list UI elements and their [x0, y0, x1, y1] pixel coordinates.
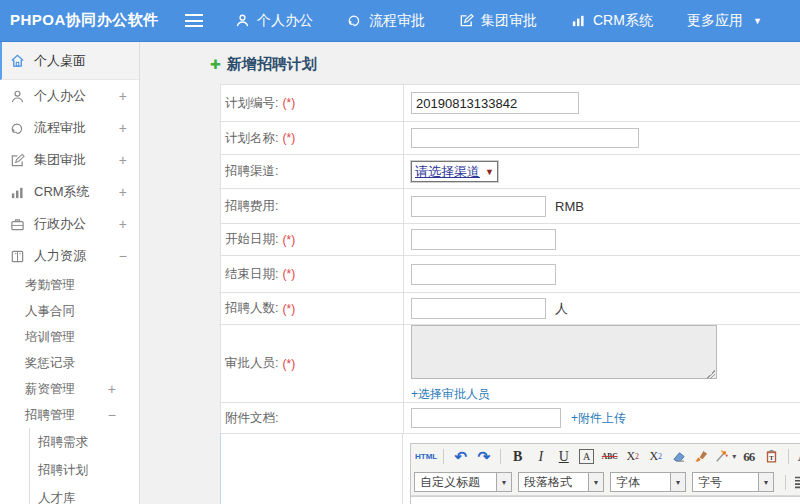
required-mark: (*) — [282, 302, 295, 316]
editor-content-area[interactable] — [411, 496, 800, 504]
add-plus-icon: ✚ — [210, 57, 221, 72]
sidebar-item-label: 薪资管理 — [25, 381, 108, 398]
form-row-fee: 招聘费用: RMB — [221, 189, 800, 224]
approver-label: 审批人员: — [225, 355, 278, 372]
sidebar-item-label: 招聘计划 — [38, 462, 88, 479]
svg-text:T: T — [770, 454, 775, 461]
sidebar-item-salary[interactable]: 薪资管理 + — [0, 376, 139, 402]
required-mark: (*) — [282, 233, 295, 247]
attachment-input[interactable] — [411, 408, 561, 428]
sidebar-item-human-resources[interactable]: 人力资源 − — [0, 240, 139, 272]
sidebar-item-rewards[interactable]: 奖惩记录 — [0, 350, 139, 376]
sidebar-recruit-submenu: 招聘需求 招聘计划 人才库 — [29, 428, 139, 504]
sidebar-item-label: 人事合同 — [25, 303, 139, 320]
select-approver-link[interactable]: +选择审批人员 — [411, 386, 490, 403]
sidebar-item-crm-system[interactable]: CRM系统 + — [0, 176, 139, 208]
toolbar-separator — [788, 449, 789, 464]
autotypeset-button[interactable]: A — [579, 449, 594, 464]
expand-plus-icon[interactable]: + — [119, 216, 127, 232]
expand-plus-icon[interactable]: + — [119, 184, 127, 200]
resize-grip-icon[interactable] — [706, 370, 715, 379]
sidebar-item-label: CRM系统 — [34, 183, 119, 201]
top-menu: 个人办公 流程审批 集团审批 CRM系统 更多应用 ▼ — [235, 12, 796, 30]
sidebar-item-workflow-approval[interactable]: 流程审批 + — [0, 112, 139, 144]
expand-plus-icon[interactable]: + — [119, 120, 127, 136]
sidebar-item-hr-contract[interactable]: 人事合同 — [0, 298, 139, 324]
channel-label: 招聘渠道: — [225, 163, 278, 180]
expand-plus-icon[interactable]: + — [108, 381, 139, 397]
align-left-icon[interactable] — [792, 472, 800, 492]
plan-no-input[interactable] — [411, 92, 579, 114]
user-icon — [10, 89, 25, 104]
paragraph-format-dropdown[interactable]: 段落格式 ▾ — [518, 472, 604, 492]
sidebar-item-label: 流程审批 — [34, 119, 119, 137]
plan-no-label: 计划编号: — [225, 95, 278, 112]
sidebar-item-recruit-plan[interactable]: 招聘计划 — [30, 456, 139, 484]
sidebar-item-recruit-demand[interactable]: 招聘需求 — [30, 428, 139, 456]
top-menu-label: 个人办公 — [257, 12, 313, 30]
sidebar-item-attendance[interactable]: 考勤管理 — [0, 272, 139, 298]
expand-plus-icon[interactable]: + — [119, 152, 127, 168]
top-menu-crm-system[interactable]: CRM系统 — [571, 12, 653, 30]
top-menu-more-apps[interactable]: 更多应用 ▼ — [687, 12, 762, 30]
sidebar-item-label: 奖惩记录 — [25, 355, 139, 372]
edit-icon — [459, 13, 474, 28]
sidebar-item-admin-office[interactable]: 行政办公 + — [0, 208, 139, 240]
headcount-input[interactable] — [411, 298, 546, 319]
approver-textarea[interactable] — [411, 325, 717, 379]
channel-select[interactable]: 请选择渠道 ▼ — [411, 161, 498, 182]
top-menu-workflow-approval[interactable]: 流程审批 — [347, 12, 425, 30]
sidebar-item-label: 培训管理 — [25, 329, 139, 346]
heading-style-dropdown[interactable]: 自定义标题 ▾ — [414, 472, 512, 492]
redo-icon[interactable]: ↷ — [473, 447, 494, 467]
italic-button[interactable]: I — [530, 447, 551, 467]
undo-icon[interactable]: ↶ — [450, 447, 471, 467]
collapse-minus-icon[interactable]: − — [119, 248, 127, 264]
format-painter-icon[interactable]: ▾ — [714, 447, 736, 467]
sidebar-item-label: 个人桌面 — [34, 52, 127, 70]
sidebar-item-training[interactable]: 培训管理 — [0, 324, 139, 350]
sidebar-item-personal-office[interactable]: 个人办公 + — [0, 80, 139, 112]
required-mark: (*) — [282, 96, 295, 110]
plan-name-input[interactable] — [411, 128, 639, 148]
end-date-input[interactable] — [411, 264, 556, 285]
sidebar-item-personal-desktop[interactable]: 个人桌面 — [0, 42, 139, 80]
subscript-button[interactable]: X2 — [645, 447, 666, 467]
brush-icon[interactable] — [691, 447, 712, 467]
font-color-button[interactable]: A ▾ — [795, 447, 800, 467]
toolbar-separator — [785, 475, 786, 490]
dropdown-value: 自定义标题 — [415, 473, 496, 491]
underline-button[interactable]: U — [553, 447, 574, 467]
form-row-channel: 招聘渠道: 请选择渠道 ▼ — [221, 155, 800, 189]
headcount-unit: 人 — [555, 300, 568, 318]
sidebar-item-group-approval[interactable]: 集团审批 + — [0, 144, 139, 176]
html-source-button[interactable]: HTML — [415, 447, 437, 467]
strikethrough-button[interactable]: ABC — [599, 447, 620, 467]
sidebar-item-talent-pool[interactable]: 人才库 — [30, 484, 139, 504]
required-mark: (*) — [282, 131, 295, 145]
attachment-upload-link[interactable]: +附件上传 — [571, 410, 626, 427]
font-size-dropdown[interactable]: 字号 ▾ — [692, 472, 774, 492]
expand-plus-icon[interactable]: + — [119, 88, 127, 104]
dropdown-caret-icon: ▾ — [670, 473, 685, 491]
hamburger-menu-icon[interactable] — [185, 14, 203, 27]
dropdown-value: 字体 — [611, 473, 670, 491]
dropdown-caret-icon: ▾ — [732, 452, 736, 461]
top-menu-group-approval[interactable]: 集团审批 — [459, 12, 537, 30]
paste-icon[interactable]: T — [761, 447, 782, 467]
top-menu-personal-office[interactable]: 个人办公 — [235, 12, 313, 30]
start-date-input[interactable] — [411, 229, 556, 250]
form-row-attachment: 附件文档: +附件上传 — [221, 403, 800, 434]
collapse-minus-icon[interactable]: − — [108, 407, 139, 423]
bold-button[interactable]: B — [507, 447, 528, 467]
sidebar-item-label: 招聘需求 — [38, 434, 88, 451]
blockquote-button[interactable]: 66 — [738, 447, 759, 467]
superscript-button[interactable]: X2 — [622, 447, 643, 467]
eraser-icon[interactable] — [668, 447, 689, 467]
sidebar-item-recruitment[interactable]: 招聘管理 − — [0, 402, 139, 428]
required-mark: (*) — [282, 357, 295, 371]
font-family-dropdown[interactable]: 字体 ▾ — [610, 472, 686, 492]
book-icon — [10, 249, 25, 264]
bar-chart-icon — [571, 13, 586, 28]
fee-input[interactable] — [411, 196, 546, 217]
